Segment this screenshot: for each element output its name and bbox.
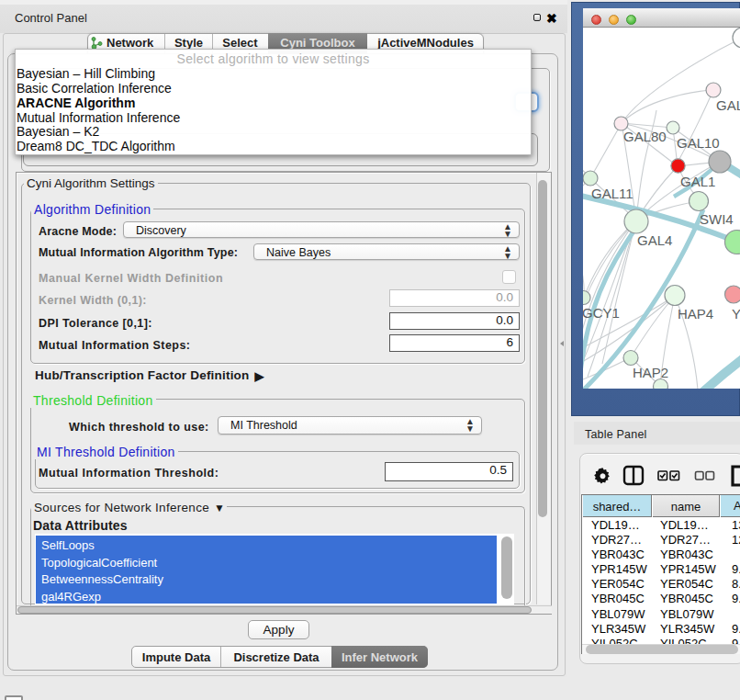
svg-text:GAL1: GAL1 bbox=[680, 174, 715, 189]
svg-text:GAL11: GAL11 bbox=[591, 186, 633, 201]
svg-text:HAP4: HAP4 bbox=[678, 306, 713, 322]
svg-text:HAP2: HAP2 bbox=[633, 365, 668, 380]
svg-text:YJ: YJ bbox=[732, 306, 740, 322]
svg-text:GAL7: GAL7 bbox=[716, 97, 740, 113]
svg-text:GAL80: GAL80 bbox=[623, 129, 667, 144]
svg-text:GCY1: GCY1 bbox=[583, 305, 620, 321]
svg-text:SWI4: SWI4 bbox=[700, 211, 734, 227]
svg-text:GAL10: GAL10 bbox=[677, 135, 720, 151]
svg-text:GAL4: GAL4 bbox=[637, 232, 672, 248]
